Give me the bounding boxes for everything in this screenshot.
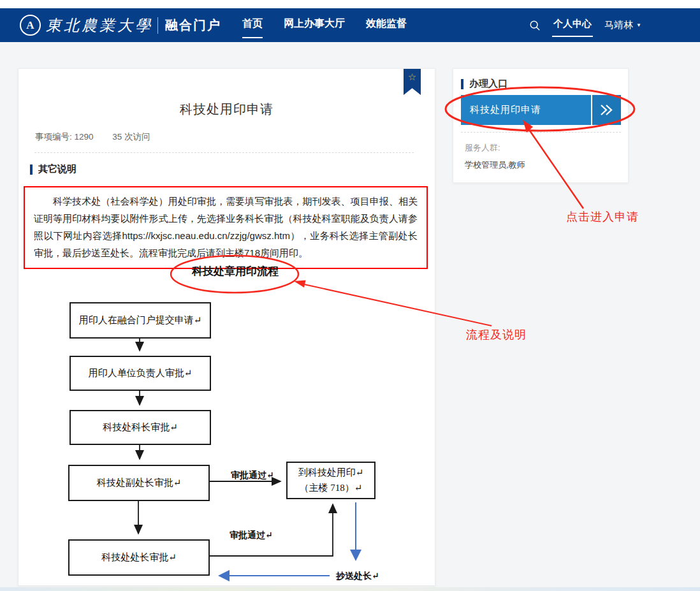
divider bbox=[34, 152, 414, 153]
service-detail-card: ☆ 科技处用印申请 事项编号: 1290 35 次访问 其它说明 科学技术处（社… bbox=[18, 68, 435, 586]
nav-efficiency-supervision[interactable]: 效能监督 bbox=[366, 17, 407, 33]
next-section-strip bbox=[0, 587, 700, 591]
flow-node-deputy-director: 科技处副处长审批↵ bbox=[68, 465, 210, 501]
item-number-label: 事项编号: bbox=[35, 132, 72, 142]
main-nav: 首页 网上办事大厅 效能监督 bbox=[242, 17, 407, 33]
university-name: 東北農業大學 bbox=[46, 15, 153, 36]
item-number-value: 1290 bbox=[75, 132, 94, 142]
entry-panel: 办理入口 科技处用印申请 服务人群: 学校管理员,教师 bbox=[453, 68, 629, 183]
flowchart-title: 科技处章用印流程 bbox=[171, 264, 299, 279]
star-icon: ☆ bbox=[408, 71, 416, 95]
annotation-process-note: 流程及说明 bbox=[466, 327, 527, 342]
search-icon[interactable] bbox=[529, 20, 541, 31]
visit-count: 35 次访问 bbox=[112, 132, 150, 142]
flow-node-seal-room: 到科技处用印↵ （主楼 718）↵ bbox=[286, 462, 376, 499]
flow-label-copy-director: 抄送处长↵ bbox=[336, 571, 379, 582]
flow-node-submit: 用印人在融合门户提交申请↵ bbox=[69, 302, 211, 339]
apply-entry-label: 科技处用印申请 bbox=[461, 95, 591, 125]
personal-center-link[interactable]: 个人中心 bbox=[553, 18, 592, 33]
other-info-header: 其它说明 bbox=[30, 163, 77, 175]
nav-home[interactable]: 首页 bbox=[242, 17, 263, 33]
user-menu[interactable]: 马靖林 ▼ bbox=[604, 19, 641, 31]
flow-node-director: 科技处处长审批↵ bbox=[68, 539, 210, 576]
service-group-label: 服务人群: bbox=[465, 142, 500, 154]
seal-room-line2: （主楼 718）↵ bbox=[300, 481, 363, 495]
chevron-down-icon: ▼ bbox=[636, 22, 641, 28]
page-top-strip bbox=[0, 0, 700, 8]
favorite-bookmark[interactable]: ☆ bbox=[404, 69, 421, 95]
page-title: 科技处用印申请 bbox=[18, 101, 435, 118]
seal-room-line1: 到科技处用印↵ bbox=[298, 465, 364, 480]
university-logo: A bbox=[20, 15, 41, 36]
flow-node-section-chief: 科技处科长审批↵ bbox=[69, 410, 211, 445]
double-chevron-right-icon bbox=[592, 95, 621, 125]
divider bbox=[461, 132, 621, 133]
user-name: 马靖林 bbox=[604, 19, 633, 31]
top-navbar: A 東北農業大學 融合门户 首页 网上办事大厅 效能监督 个人中心 马靖林 ▼ bbox=[0, 8, 700, 42]
other-info-title: 其它说明 bbox=[38, 163, 77, 175]
service-description: 科学技术处（社会科学处）用处印审批，需要填写审批表，期刊发表、项目申报、相关证明… bbox=[24, 186, 428, 269]
logo-letter: A bbox=[26, 19, 34, 32]
portal-name: 融合门户 bbox=[165, 17, 221, 34]
flow-label-approved-2: 审批通过↵ bbox=[230, 530, 273, 541]
flow-label-approved-1: 审批通过↵ bbox=[231, 470, 274, 481]
flow-node-unit-leader: 用印人单位负责人审批↵ bbox=[69, 356, 211, 391]
service-meta: 事项编号: 1290 35 次访问 bbox=[35, 131, 150, 143]
section-accent-bar bbox=[461, 79, 463, 89]
annotation-click-to-apply: 点击进入申请 bbox=[566, 209, 639, 224]
navbar-divider bbox=[157, 17, 158, 34]
service-group-value: 学校管理员,教师 bbox=[465, 159, 525, 171]
navbar-right: 个人中心 马靖林 ▼ bbox=[529, 18, 641, 33]
apply-entry-button[interactable]: 科技处用印申请 bbox=[461, 95, 621, 125]
entry-panel-header: 办理入口 bbox=[461, 78, 507, 90]
section-accent-bar bbox=[30, 164, 33, 175]
nav-service-hall[interactable]: 网上办事大厅 bbox=[284, 17, 345, 33]
entry-panel-title: 办理入口 bbox=[469, 78, 507, 90]
